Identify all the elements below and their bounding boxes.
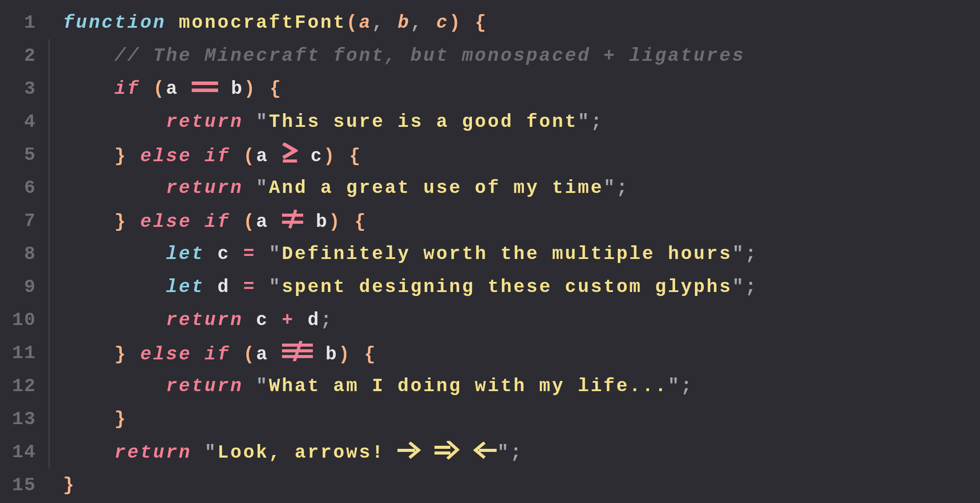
semicolon: ; bbox=[745, 244, 758, 265]
identifier-b: b bbox=[231, 78, 244, 100]
paren-open: ( bbox=[243, 146, 256, 167]
code-content: return "This sure is a good font"; bbox=[50, 111, 604, 133]
string-literal: And a great use of my time bbox=[269, 178, 603, 199]
function-name: monocraftFont bbox=[179, 12, 346, 33]
code-line[interactable]: 6 return "And a great use of my time"; bbox=[0, 171, 980, 204]
code-line[interactable]: 2 // The Minecraft font, but monospaced … bbox=[0, 39, 980, 72]
code-line[interactable]: 12 return "What am I doing with my life.… bbox=[0, 370, 980, 403]
code-line[interactable]: 1 function monocraftFont(a, b, c) { bbox=[0, 6, 980, 39]
code-content: function monocraftFont(a, b, c) { bbox=[50, 12, 488, 33]
identifier-c: c bbox=[256, 310, 269, 331]
line-number: 1 bbox=[0, 12, 48, 33]
string-literal: Look, arrows! bbox=[218, 442, 398, 463]
quote: " bbox=[269, 244, 282, 265]
operator-plus: + bbox=[282, 310, 295, 331]
paren-close: ) bbox=[329, 211, 342, 233]
paren-close: ) bbox=[338, 344, 351, 365]
keyword-else: else bbox=[140, 344, 192, 365]
paren-open: ( bbox=[243, 344, 256, 365]
code-content: if (a b) { bbox=[50, 78, 282, 100]
quote: " bbox=[604, 178, 616, 199]
param-a: a bbox=[359, 12, 372, 33]
quote: " bbox=[668, 376, 681, 397]
keyword-return: return bbox=[166, 310, 243, 331]
code-line[interactable]: 5 } else if (a c) { bbox=[0, 138, 980, 171]
code-line[interactable]: 13 } bbox=[0, 403, 980, 436]
identifier-b: b bbox=[316, 211, 329, 233]
semicolon: ; bbox=[320, 310, 333, 331]
identifier-a: a bbox=[166, 78, 179, 100]
keyword-return: return bbox=[166, 111, 243, 133]
code-line[interactable]: 11 } else if (a b) { bbox=[0, 337, 980, 370]
code-line[interactable]: 14 return "Look, arrows! "; bbox=[0, 436, 980, 469]
brace-close: } bbox=[115, 146, 127, 167]
semicolon: ; bbox=[681, 376, 694, 397]
identifier-d: d bbox=[308, 310, 320, 331]
operator-assign: = bbox=[243, 277, 256, 298]
line-number: 11 bbox=[0, 343, 48, 364]
string-literal: spent designing these custom glyphs bbox=[282, 277, 732, 298]
brace-open: { bbox=[475, 12, 488, 33]
line-number: 9 bbox=[0, 277, 48, 298]
brace-close: } bbox=[115, 211, 127, 233]
code-editor[interactable]: 1 function monocraftFont(a, b, c) { 2 //… bbox=[0, 0, 980, 503]
code-content: return "Look, arrows! "; bbox=[50, 441, 523, 463]
param-b: b bbox=[397, 12, 410, 33]
code-content: } bbox=[50, 409, 127, 430]
quote: " bbox=[256, 111, 269, 133]
identifier-a: a bbox=[256, 344, 269, 365]
code-content: } else if (a b) { bbox=[50, 209, 368, 233]
line-number: 7 bbox=[0, 211, 48, 232]
line-number: 6 bbox=[0, 178, 48, 199]
paren-open: ( bbox=[346, 12, 359, 33]
brace-open: { bbox=[270, 78, 282, 100]
brace-close: } bbox=[63, 475, 76, 496]
semicolon: ; bbox=[616, 178, 629, 199]
quote: " bbox=[256, 178, 269, 199]
identifier-a: a bbox=[256, 211, 269, 233]
code-line[interactable]: 10 return c + d; bbox=[0, 303, 980, 337]
code-line[interactable]: 15 } bbox=[0, 469, 980, 502]
keyword-if: if bbox=[204, 146, 230, 167]
code-line[interactable]: 7 } else if (a b) { bbox=[0, 204, 980, 237]
line-number: 10 bbox=[0, 310, 48, 331]
code-line[interactable]: 8 let c = "Definitely worth the multiple… bbox=[0, 237, 980, 270]
line-number: 15 bbox=[0, 475, 48, 496]
string-space bbox=[460, 442, 473, 463]
brace-close: } bbox=[115, 344, 127, 365]
code-content: } else if (a b) { bbox=[50, 341, 377, 365]
keyword-else: else bbox=[140, 146, 192, 167]
quote: " bbox=[497, 442, 510, 463]
paren-open: ( bbox=[243, 211, 256, 233]
ligature-nee-icon bbox=[282, 341, 313, 361]
code-line[interactable]: 9 let d = "spent designing these custom … bbox=[0, 270, 980, 303]
line-number: 3 bbox=[0, 78, 48, 100]
line-number: 14 bbox=[0, 442, 48, 463]
string-literal: This sure is a good font bbox=[269, 111, 578, 133]
comma: , bbox=[411, 12, 423, 33]
line-number: 5 bbox=[0, 144, 48, 166]
quote: " bbox=[578, 111, 590, 133]
line-number: 13 bbox=[0, 409, 48, 430]
code-content: let c = "Definitely worth the multiple h… bbox=[50, 244, 758, 265]
ligature-larrow-icon bbox=[473, 442, 497, 459]
keyword-let: let bbox=[166, 244, 205, 265]
code-line[interactable]: 3 if (a b) { bbox=[0, 72, 980, 105]
identifier-c: c bbox=[217, 244, 230, 265]
identifier-a: a bbox=[256, 146, 269, 167]
keyword-if: if bbox=[204, 211, 230, 233]
string-space bbox=[421, 442, 434, 463]
code-content: } bbox=[50, 475, 76, 496]
paren-close: ) bbox=[323, 146, 336, 167]
ligature-darrow-icon bbox=[434, 441, 460, 459]
brace-open: { bbox=[354, 211, 367, 233]
line-number: 8 bbox=[0, 244, 48, 265]
quote: " bbox=[732, 277, 745, 298]
line-number: 4 bbox=[0, 111, 48, 133]
operator-assign: = bbox=[243, 244, 256, 265]
ligature-eqeq-icon bbox=[192, 78, 218, 96]
brace-open: { bbox=[349, 146, 362, 167]
ligature-arrow-icon bbox=[397, 442, 421, 459]
code-line[interactable]: 4 return "This sure is a good font"; bbox=[0, 105, 980, 138]
code-content: // The Minecraft font, but monospaced + … bbox=[50, 45, 745, 67]
